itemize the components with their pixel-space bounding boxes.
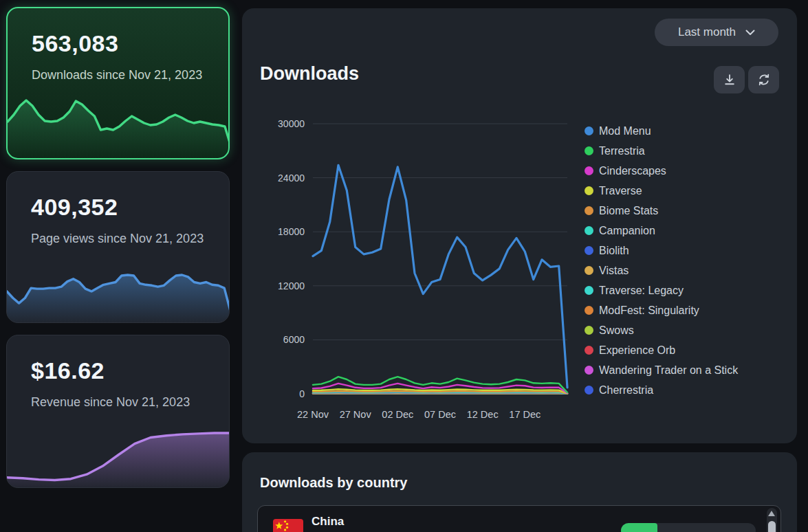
country-list-scrollbar[interactable] <box>767 508 777 532</box>
legend-item-modfest-singularity[interactable]: ModFest: Singularity <box>585 300 738 320</box>
analytics-page: 563,083 Downloads since Nov 21, 2023 409… <box>0 0 808 532</box>
y-axis-label: 0 <box>299 388 305 399</box>
x-axis-label: 17 Dec <box>509 409 541 420</box>
y-axis-label: 30000 <box>278 118 305 129</box>
legend-item-biolith[interactable]: Biolith <box>585 241 738 261</box>
legend-dot <box>585 186 593 195</box>
legend-item-cinderscapes[interactable]: Cinderscapes <box>585 161 738 181</box>
legend-label: Swows <box>599 324 634 337</box>
country-progress-track <box>621 523 756 532</box>
legend-item-wandering-trader-on-a-stick[interactable]: Wandering Trader on a Stick <box>585 360 738 380</box>
legend-dot <box>585 346 593 355</box>
legend-dot <box>585 126 593 135</box>
y-axis-label: 6000 <box>283 334 305 345</box>
legend-label: ModFest: Singularity <box>599 304 699 317</box>
country-panel-title: Downloads by country <box>260 475 407 491</box>
legend-dot <box>585 146 593 155</box>
legend-dot <box>585 386 593 395</box>
x-axis-label: 22 Nov <box>297 409 329 420</box>
legend-item-campanion[interactable]: Campanion <box>585 221 738 241</box>
revenue-total-label: Revenue since Nov 21, 2023 <box>31 395 210 410</box>
legend-label: Terrestria <box>599 145 645 157</box>
country-progress-fill <box>621 523 657 532</box>
stat-card-revenue[interactable]: $16.62 Revenue since Nov 21, 2023 <box>6 335 230 488</box>
legend-item-mod-menu[interactable]: Mod Menu <box>585 121 738 141</box>
country-panel: Downloads by country China <box>242 452 797 532</box>
china-flag-icon <box>273 519 303 532</box>
x-axis-label: 07 Dec <box>424 409 456 420</box>
legend-label: Mod Menu <box>599 125 651 137</box>
y-axis-label: 18000 <box>278 226 305 237</box>
legend-label: Cherrestria <box>599 384 653 397</box>
legend-dot <box>585 266 593 275</box>
legend-dot <box>585 206 593 215</box>
x-axis-label: 27 Nov <box>340 409 372 420</box>
legend-label: Experience Orb <box>599 344 675 357</box>
y-axis-label: 12000 <box>278 280 305 291</box>
downloads-sparkline <box>8 96 230 158</box>
downloads-panel: Last month Downloads 0600012000180002400… <box>242 8 797 443</box>
sparkline-fill <box>8 100 230 158</box>
legend-item-cherrestria[interactable]: Cherrestria <box>585 380 738 400</box>
series-line-mod-menu <box>313 165 567 388</box>
legend-label: Biome Stats <box>599 205 658 217</box>
legend-dot <box>585 286 593 295</box>
legend-item-vistas[interactable]: Vistas <box>585 261 738 280</box>
legend-dot <box>585 366 593 375</box>
legend-dot <box>585 306 593 315</box>
y-axis-label: 24000 <box>278 173 305 184</box>
legend-label: Biolith <box>599 245 629 257</box>
legend-dot <box>585 326 593 335</box>
scrollbar-thumb[interactable] <box>768 521 776 532</box>
legend-label: Traverse: Legacy <box>599 285 684 297</box>
legend-label: Traverse <box>599 185 642 197</box>
legend-label: Vistas <box>599 265 629 277</box>
stat-card-downloads[interactable]: 563,083 Downloads since Nov 21, 2023 <box>6 7 230 159</box>
legend-item-biome-stats[interactable]: Biome Stats <box>585 201 738 221</box>
legend-item-experience-orb[interactable]: Experience Orb <box>585 340 738 360</box>
legend-label: Cinderscapes <box>599 165 666 177</box>
legend-label: Wandering Trader on a Stick <box>599 364 738 377</box>
pageviews-sparkline <box>7 271 230 322</box>
x-axis-label: 12 Dec <box>467 409 499 420</box>
downloads-total-label: Downloads since Nov 21, 2023 <box>32 67 210 83</box>
legend-item-traverse[interactable]: Traverse <box>585 181 738 201</box>
pageviews-total-value: 409,352 <box>31 194 118 221</box>
legend-item-swows[interactable]: Swows <box>585 320 738 340</box>
chart-legend: Mod MenuTerrestriaCinderscapesTraverseBi… <box>585 121 738 400</box>
downloads-total-value: 563,083 <box>32 30 118 57</box>
legend-label: Campanion <box>599 225 655 237</box>
legend-dot <box>585 226 593 235</box>
stat-card-pageviews[interactable]: 409,352 Page views since Nov 21, 2023 <box>6 171 230 323</box>
legend-dot <box>585 246 593 255</box>
pageviews-total-label: Page views since Nov 21, 2023 <box>31 231 210 247</box>
x-axis-label: 02 Dec <box>382 409 413 420</box>
legend-dot <box>585 166 593 175</box>
legend-item-terrestria[interactable]: Terrestria <box>585 141 738 161</box>
revenue-total-value: $16.62 <box>31 357 105 384</box>
country-list: China <box>257 505 781 532</box>
legend-item-traverse-legacy[interactable]: Traverse: Legacy <box>585 280 738 300</box>
revenue-sparkline <box>7 429 230 487</box>
country-name: China <box>312 515 344 529</box>
scroll-up-arrow-icon[interactable] <box>768 511 775 516</box>
